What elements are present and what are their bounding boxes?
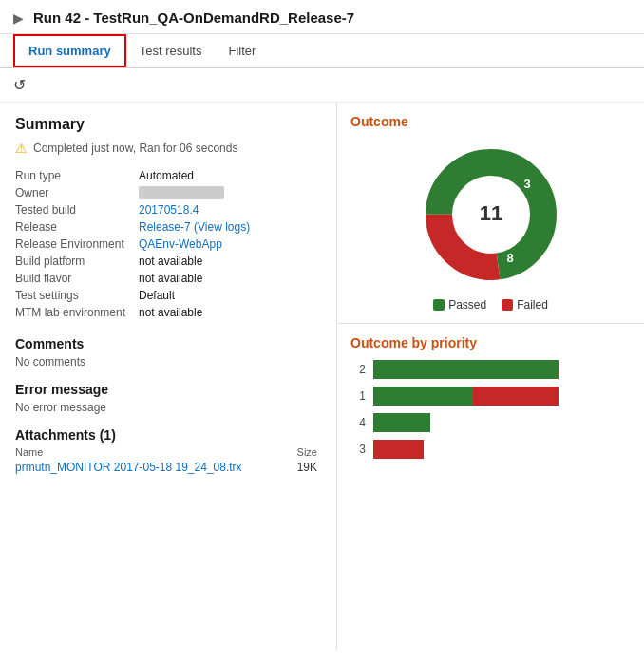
bar-group: [373, 440, 424, 459]
legend-failed-color: [502, 299, 513, 311]
tab-bar: Run summary Test results Filter: [0, 34, 644, 68]
donut-container: 11 3 8 Passed Failed: [350, 139, 631, 312]
warning-row: ⚠ Completed just now, Ran for 06 seconds: [15, 141, 321, 156]
tab-filter[interactable]: Filter: [215, 36, 269, 66]
bar-priority-label: 3: [350, 443, 366, 456]
field-label: Release: [15, 218, 139, 236]
field-value[interactable]: QAEnv-WebApp: [139, 236, 321, 253]
legend-failed-label: Failed: [517, 298, 548, 312]
page-title: Run 42 - TestRun_QA-OnDemandRD_Release-7: [33, 9, 354, 26]
priority-bars: 2143: [350, 360, 631, 459]
outcome-title: Outcome: [350, 114, 631, 129]
priority-title: Outcome by priority: [350, 335, 631, 350]
bar-priority-label: 2: [350, 363, 366, 376]
field-value[interactable]: 20170518.4: [139, 201, 321, 218]
comments-section: Comments No comments: [15, 336, 321, 368]
size-header: Size: [297, 446, 317, 458]
field-value: Default: [139, 287, 321, 304]
field-label: Test settings: [15, 287, 139, 304]
tab-test-results[interactable]: Test results: [126, 36, 216, 66]
bar-failed: [473, 387, 559, 406]
bar-row: 1: [350, 387, 631, 406]
donut-total: 11: [479, 201, 502, 225]
bar-passed: [373, 360, 559, 379]
summary-title: Summary: [15, 116, 321, 133]
back-icon: ▶: [13, 10, 24, 26]
warning-icon: ⚠: [15, 141, 28, 156]
failed-label-chart: 3: [523, 177, 530, 191]
field-value: owner_name: [139, 184, 321, 201]
bar-passed: [373, 387, 473, 406]
field-value: not available: [139, 253, 321, 270]
bar-group: [373, 387, 559, 406]
attachments-title: Attachments (1): [15, 427, 321, 443]
attachments-header: Name Size: [15, 446, 321, 458]
bar-priority-label: 1: [350, 389, 366, 403]
error-title: Error message: [15, 382, 321, 397]
content: Summary ⚠ Completed just now, Ran for 06…: [0, 103, 644, 650]
field-label: Release Environment: [15, 236, 139, 253]
priority-section: Outcome by priority 2143: [337, 324, 644, 478]
field-label: Owner: [15, 184, 139, 201]
field-label: MTM lab environment: [15, 304, 139, 321]
field-label: Build platform: [15, 253, 139, 270]
right-panel: Outcome 11 3 8 Passed: [337, 103, 644, 650]
legend-passed-label: Passed: [448, 298, 486, 312]
field-label: Run type: [15, 167, 139, 184]
bar-row: 4: [350, 413, 631, 432]
refresh-button[interactable]: ↺: [13, 76, 26, 94]
legend-passed: Passed: [433, 298, 486, 312]
donut-chart: 11 3 8: [415, 139, 567, 291]
error-value: No error message: [15, 401, 321, 414]
legend-passed-color: [433, 299, 445, 311]
warning-text: Completed just now, Ran for 06 seconds: [33, 142, 237, 155]
attachment-row: prmutn_MONITOR 2017-05-18 19_24_08.trx 1…: [15, 461, 321, 474]
field-value[interactable]: Release-7 (View logs): [139, 218, 321, 236]
error-section: Error message No error message: [15, 382, 321, 414]
field-label: Tested build: [15, 201, 139, 218]
field-value: not available: [139, 304, 321, 321]
comments-value: No comments: [15, 355, 321, 368]
outcome-section: Outcome 11 3 8 Passed: [337, 103, 644, 324]
comments-title: Comments: [15, 336, 321, 351]
name-header: Name: [15, 446, 43, 458]
tab-run-summary[interactable]: Run summary: [13, 34, 126, 67]
left-panel: Summary ⚠ Completed just now, Ran for 06…: [0, 103, 337, 650]
toolbar: ↺: [0, 68, 644, 103]
bar-priority-label: 4: [350, 416, 366, 429]
legend-failed: Failed: [502, 298, 548, 312]
summary-section: Summary ⚠ Completed just now, Ran for 06…: [15, 116, 321, 321]
bar-row: 3: [350, 440, 631, 459]
bar-row: 2: [350, 360, 631, 379]
field-label: Build flavor: [15, 270, 139, 287]
summary-table: Run typeAutomatedOwnerowner_nameTested b…: [15, 167, 321, 321]
legend: Passed Failed: [433, 298, 548, 312]
bar-failed: [373, 440, 424, 459]
title-bar: ▶ Run 42 - TestRun_QA-OnDemandRD_Release…: [0, 0, 644, 34]
attachment-link[interactable]: prmutn_MONITOR 2017-05-18 19_24_08.trx: [15, 461, 290, 474]
attachments-section: Attachments (1) Name Size prmutn_MONITOR…: [15, 427, 321, 474]
bar-group: [373, 413, 430, 432]
attachment-size: 19K: [297, 461, 317, 474]
bar-group: [373, 360, 559, 379]
field-value: Automated: [139, 167, 321, 184]
field-value: not available: [139, 270, 321, 287]
bar-passed: [373, 413, 430, 432]
passed-label-chart: 8: [506, 251, 513, 265]
